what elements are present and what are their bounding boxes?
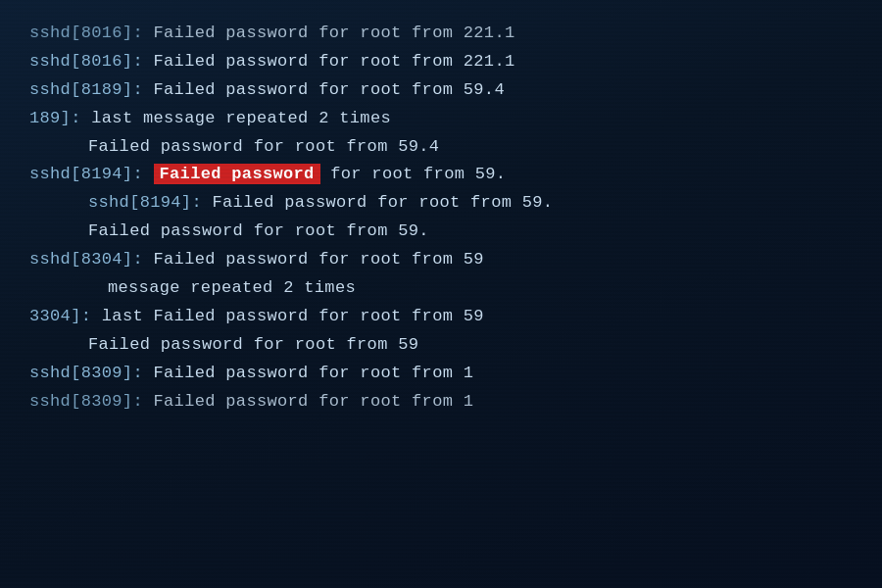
message: Failed password for root from 59.4 <box>88 137 439 156</box>
log-line: sshd[8189]: Failed password for root fro… <box>29 76 853 105</box>
terminal-window: sshd[8016]: Failed password for root fro… <box>0 0 882 588</box>
failed-password-highlight: Failed password <box>154 164 320 184</box>
log-line: 3304]: last Failed password for root fro… <box>29 303 853 331</box>
message: last message repeated 2 times <box>91 109 391 127</box>
log-line: sshd[8304]: Failed password for root fro… <box>29 246 853 274</box>
message: Failed password for root from 221.1 <box>154 52 515 71</box>
log-line: message repeated 2 times <box>29 274 853 303</box>
message: Failed password for root from 221.1 <box>153 24 514 42</box>
message: last Failed password for root from 59 <box>102 307 484 325</box>
log-line: sshd[8016]: Failed password for root fro… <box>29 48 853 76</box>
log-line: sshd[8309]: Failed password for root fro… <box>29 388 853 416</box>
message: Failed password for root from 1 <box>154 392 474 411</box>
pid: sshd[8189]: <box>29 80 143 99</box>
pid: sshd[8016]: <box>29 24 143 42</box>
log-line: Failed password for root from 59. <box>29 218 853 246</box>
log-line: sshd[8309]: Failed password for root fro… <box>29 360 853 388</box>
message: Failed password for root from 59 <box>88 335 418 354</box>
pid: sshd[8194]: <box>29 165 143 183</box>
pid: sshd[8194]: <box>88 193 202 212</box>
log-line: Failed password for root from 59.4 <box>29 133 853 162</box>
pid: sshd[8309]: <box>29 364 143 382</box>
log-line: sshd[8016]: Failed password for root fro… <box>29 20 854 48</box>
pid: 189]: <box>29 109 81 127</box>
message: Failed password for root from 1 <box>154 364 474 382</box>
message: Failed password for root from 59 <box>154 250 484 269</box>
pid: 3304]: <box>29 307 91 325</box>
log-line: 189]: last message repeated 2 times <box>29 105 853 133</box>
message: message repeated 2 times <box>108 278 356 297</box>
log-line: sshd[8194]: Failed password for root fro… <box>29 189 853 218</box>
message: Failed password for root from 59. <box>213 193 554 212</box>
message: Failed password for root from 59. <box>88 221 429 240</box>
log-line: Failed password for root from 59 <box>29 331 853 360</box>
log-output: sshd[8016]: Failed password for root fro… <box>29 20 853 416</box>
message: Failed password for root from 59. <box>154 164 507 184</box>
log-line-highlighted: sshd[8194]: Failed password for root fro… <box>29 161 853 189</box>
pid: sshd[8304]: <box>29 250 143 269</box>
pid: sshd[8309]: <box>29 392 143 411</box>
pid: sshd[8016]: <box>29 52 143 71</box>
message: Failed password for root from 59.4 <box>154 80 505 99</box>
